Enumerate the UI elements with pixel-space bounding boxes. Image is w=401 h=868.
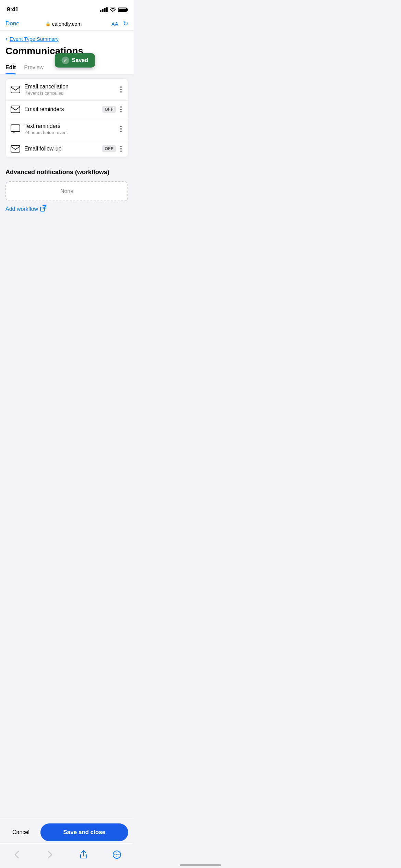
saved-toast: ✓ Saved bbox=[55, 53, 95, 68]
back-arrow-icon: ‹ bbox=[5, 35, 8, 43]
list-item: Email reminders OFF bbox=[6, 101, 128, 118]
comm-item-actions bbox=[119, 86, 123, 93]
add-workflow-label: Add workflow bbox=[5, 206, 38, 212]
signal-bars-icon bbox=[100, 7, 108, 12]
svg-rect-0 bbox=[11, 86, 20, 93]
browser-actions: AA ↻ bbox=[104, 20, 128, 27]
page-content: ‹ Event Type Summary ✓ Saved Communicati… bbox=[0, 31, 134, 74]
external-link-icon bbox=[40, 205, 46, 213]
none-box: None bbox=[5, 181, 128, 201]
status-icons bbox=[100, 7, 127, 13]
none-label: None bbox=[60, 188, 73, 194]
done-button[interactable]: Done bbox=[5, 20, 23, 27]
more-options-button[interactable] bbox=[119, 125, 123, 133]
status-time: 9:41 bbox=[7, 6, 19, 13]
chat-icon bbox=[11, 124, 20, 133]
lock-icon: 🔒 bbox=[45, 21, 51, 26]
comm-item-content: Email reminders bbox=[24, 106, 99, 112]
breadcrumb-label: Event Type Summary bbox=[10, 36, 59, 42]
comm-item-actions: OFF bbox=[102, 106, 123, 113]
svg-rect-3 bbox=[11, 145, 20, 152]
wifi-icon bbox=[110, 7, 116, 13]
saved-toast-label: Saved bbox=[72, 57, 88, 63]
url-text: calendly.com bbox=[52, 21, 82, 27]
email-icon bbox=[11, 86, 20, 93]
font-size-button[interactable]: AA bbox=[111, 21, 118, 27]
list-item: Email follow-up OFF bbox=[6, 140, 128, 157]
comm-item-title: Email follow-up bbox=[24, 146, 99, 152]
comm-item-content: Email follow-up bbox=[24, 146, 99, 152]
list-item: Email cancellation If event is cancelled bbox=[6, 79, 128, 101]
comm-item-subtitle: If event is cancelled bbox=[24, 91, 116, 96]
battery-icon bbox=[118, 8, 127, 12]
refresh-button[interactable]: ↻ bbox=[123, 20, 128, 27]
email-icon bbox=[11, 145, 20, 153]
browser-bar: Done 🔒 calendly.com AA ↻ bbox=[0, 17, 134, 31]
saved-check-icon: ✓ bbox=[62, 57, 69, 64]
more-options-button[interactable] bbox=[119, 145, 123, 153]
off-badge: OFF bbox=[102, 145, 117, 152]
comm-item-content: Text reminders 24 hours before event bbox=[24, 123, 116, 135]
comm-item-title: Email reminders bbox=[24, 106, 99, 112]
more-options-button[interactable] bbox=[119, 86, 123, 93]
comm-item-actions bbox=[119, 125, 123, 133]
tab-edit[interactable]: Edit bbox=[5, 61, 16, 74]
comm-item-title: Email cancellation bbox=[24, 84, 116, 90]
comm-item-content: Email cancellation If event is cancelled bbox=[24, 84, 116, 96]
add-workflow-button[interactable]: Add workflow bbox=[5, 205, 128, 213]
comm-item-subtitle: 24 hours before event bbox=[24, 130, 116, 135]
off-badge: OFF bbox=[102, 106, 117, 113]
email-icon bbox=[11, 106, 20, 113]
more-options-button[interactable] bbox=[119, 106, 123, 113]
svg-rect-2 bbox=[11, 125, 20, 132]
status-bar: 9:41 bbox=[0, 0, 134, 17]
list-item: Text reminders 24 hours before event bbox=[6, 118, 128, 140]
comm-item-actions: OFF bbox=[102, 145, 123, 153]
tab-preview[interactable]: Preview bbox=[24, 61, 44, 74]
browser-url-bar[interactable]: 🔒 calendly.com bbox=[23, 21, 104, 27]
comm-item-title: Text reminders bbox=[24, 123, 116, 129]
svg-rect-1 bbox=[11, 106, 20, 113]
communications-list: Email cancellation If event is cancelled… bbox=[5, 79, 128, 158]
breadcrumb[interactable]: ‹ Event Type Summary bbox=[0, 31, 134, 44]
advanced-section-header: Advanced notifications (workflows) bbox=[0, 162, 134, 179]
